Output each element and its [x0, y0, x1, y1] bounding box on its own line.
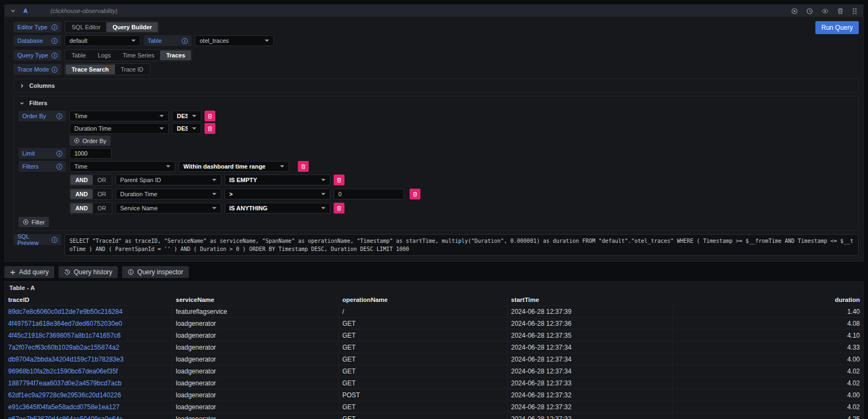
filter-operator-select-2[interactable]: > [225, 189, 330, 199]
query-footer: Add query Query history Query inspector [4, 266, 864, 278]
column-header-duration[interactable]: duration [673, 294, 863, 305]
filter-field-select-3[interactable]: Service Name [116, 203, 221, 214]
filters-label: Filters i [18, 161, 66, 172]
trash-icon[interactable] [837, 8, 844, 15]
table-row: 96968b10fa2b2c1590bc67dea06ef35f loadgen… [5, 365, 863, 377]
remove-filter-button-3[interactable] [334, 203, 344, 214]
filter-time-operator-select[interactable]: Within dashboard time range [178, 161, 289, 172]
chevron-down-icon [265, 40, 269, 42]
column-header-operationname[interactable]: operationName [339, 294, 508, 305]
remove-time-filter-button[interactable] [298, 161, 309, 172]
trace-id-link[interactable]: 62df1ec9a29728c9e29536c20d140226 [5, 389, 173, 401]
filter-field-select-2[interactable]: Duration Time [116, 189, 221, 199]
order-by-direction-select-1[interactable]: DESC [172, 111, 201, 121]
database-select[interactable]: default [65, 35, 141, 46]
tab-logs[interactable]: Logs [92, 50, 117, 60]
info-icon[interactable]: i [52, 24, 58, 30]
operation-name-cell: GET [339, 318, 508, 329]
limit-input[interactable] [69, 148, 112, 159]
info-icon[interactable]: i [52, 67, 58, 73]
info-icon[interactable]: i [52, 38, 58, 44]
order-by-field-select-2[interactable]: Duration Time [69, 123, 169, 134]
service-name-cell: loadgenerator [173, 413, 339, 419]
service-name-cell: loadgenerator [173, 330, 339, 341]
query-history-button[interactable]: Query history [59, 266, 118, 278]
filter-operator-select-1[interactable]: IS EMPTY [225, 175, 330, 185]
duration-cell: 4.00 [673, 389, 863, 401]
order-by-label: Order By i [18, 111, 66, 121]
tab-trace-search[interactable]: Trace Search [66, 65, 115, 74]
table-panel-title: Table - A [5, 282, 863, 293]
start-time-cell: 2024-06-28 12:37:34 [508, 353, 673, 365]
info-icon[interactable]: i [56, 151, 62, 157]
tab-trace-id[interactable]: Trace ID [115, 65, 150, 74]
record-icon[interactable] [791, 8, 798, 15]
add-query-button[interactable]: Add query [4, 266, 54, 278]
query-type-label: Query Type i [14, 50, 61, 61]
filter-time-field-select[interactable]: Time [69, 161, 175, 172]
and-option[interactable]: AND [71, 175, 93, 185]
duration-cell: 4.25 [673, 413, 863, 419]
or-option[interactable]: OR [93, 203, 111, 213]
and-option[interactable]: AND [71, 189, 93, 199]
filters-section-header[interactable]: Filters [14, 96, 858, 109]
trace-id-link[interactable]: 96968b10fa2b2c1590bc67dea06ef35f [5, 365, 173, 377]
filter-value-input-2[interactable] [334, 189, 404, 199]
columns-section-header[interactable]: Columns [14, 79, 858, 92]
duration-cell: 1.40 [673, 306, 863, 317]
tab-sql-editor[interactable]: SQL Editor [66, 22, 106, 32]
chevron-down-icon [20, 101, 24, 106]
collapse-chevron-icon[interactable] [10, 8, 16, 14]
chevron-down-icon [321, 193, 326, 195]
remove-filter-button-2[interactable] [410, 189, 420, 199]
remove-filter-button-1[interactable] [334, 175, 344, 185]
trace-id-link[interactable]: db9704a2bbda34204d159c71b78283e3 [5, 353, 173, 365]
trace-id-link[interactable]: e91c3645f04fa5e58adcd0758e1ea127 [5, 401, 173, 412]
info-icon[interactable]: i [52, 237, 58, 243]
trace-id-link[interactable]: 1887794f7eaa6037d0e2a4579bcd7acb [5, 377, 173, 389]
add-filter-button[interactable]: Filter [18, 217, 49, 227]
trace-id-link[interactable]: 89dc7e8c6060c0d12de7e9b50c216284 [5, 306, 173, 317]
info-icon[interactable]: i [56, 113, 62, 119]
duration-cell: 4.02 [673, 365, 863, 377]
filter-operator-select-3[interactable]: IS ANYTHING [225, 203, 330, 214]
plus-icon [10, 269, 16, 275]
drag-handle-icon[interactable] [852, 8, 858, 15]
and-option[interactable]: AND [71, 203, 93, 213]
remove-order-by-button-1[interactable] [205, 111, 215, 121]
chevron-down-icon [192, 115, 196, 117]
trace-id-link[interactable]: e67ee7b53870d4c864ca50409ca0e64c [5, 413, 173, 419]
table-select[interactable]: otel_traces [195, 35, 274, 46]
tab-table[interactable]: Table [66, 50, 92, 60]
table-row: 4f45c21918c73698057a8b1c741657c6 loadgen… [5, 329, 863, 341]
column-header-starttime[interactable]: startTime [508, 294, 673, 305]
or-option[interactable]: OR [93, 189, 111, 199]
or-option[interactable]: OR [93, 175, 111, 185]
column-header-traceid[interactable]: traceID [5, 294, 173, 305]
operation-name-cell: GET [339, 341, 508, 353]
history-icon[interactable] [806, 8, 813, 15]
query-inspector-button[interactable]: Query inspector [122, 266, 189, 278]
tab-traces[interactable]: Traces [160, 50, 191, 60]
trace-id-link[interactable]: 4f497571a618e364ed7ded60752030e0 [5, 318, 173, 329]
eye-icon[interactable] [821, 8, 829, 15]
info-icon[interactable]: i [52, 53, 58, 59]
chevron-down-icon [280, 165, 284, 167]
tab-query-builder[interactable]: Query Builder [106, 22, 158, 32]
tab-time-series[interactable]: Time Series [117, 50, 160, 60]
order-by-direction-select-2[interactable]: DESC [172, 123, 201, 134]
query-row-header[interactable]: A (clickhouse-observability) [5, 5, 863, 17]
add-order-by-button[interactable]: Order By [69, 136, 111, 146]
trace-id-link[interactable]: 7a2f07ecf63c60b1029ab2ac155874a2 [5, 341, 173, 353]
service-name-cell: featureflagservice [173, 306, 339, 317]
query-editor-panel: A (clickhouse-observability) Run Query [4, 4, 864, 262]
order-by-field-select-1[interactable]: Time [69, 111, 169, 121]
trace-id-link[interactable]: 4f45c21918c73698057a8b1c741657c6 [5, 330, 173, 341]
run-query-button[interactable]: Run Query [815, 21, 859, 34]
filter-field-select-1[interactable]: Parent Span ID [116, 175, 221, 185]
info-icon[interactable]: i [182, 38, 188, 44]
service-name-cell: loadgenerator [173, 353, 339, 365]
remove-order-by-button-2[interactable] [205, 123, 215, 134]
column-header-servicename[interactable]: serviceName [173, 294, 339, 305]
info-icon[interactable]: i [56, 164, 62, 170]
